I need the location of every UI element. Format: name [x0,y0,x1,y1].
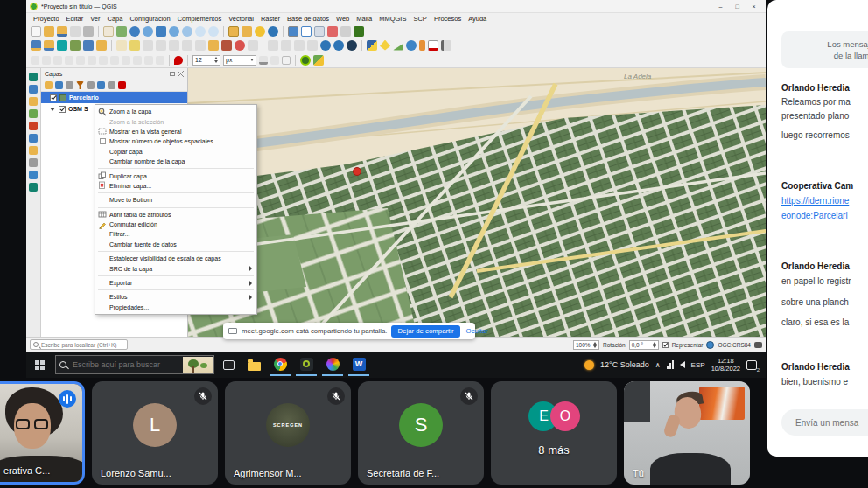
identify-features-icon[interactable] [288,26,298,37]
profile-chart-icon[interactable] [428,40,438,51]
label-tool-icon[interactable] [76,56,85,65]
green-magnifier-icon[interactable] [300,55,311,66]
save-as-icon[interactable] [70,26,80,37]
participant-tile-overflow[interactable]: E O 8 más [491,381,617,485]
add-delimited-layer-icon[interactable] [70,40,80,51]
context-menu-item-show-in-overview[interactable]: Mostrar en la vista general [95,127,256,136]
context-menu-item-rename-layer[interactable]: Cambiar nombre de la capa [95,157,256,166]
context-menu-item-filter[interactable]: Filtrar... [95,229,256,239]
undo-icon[interactable] [234,40,245,51]
checkbox-icon[interactable] [100,138,106,144]
participant-tile-you[interactable]: Tú [624,381,750,485]
menu-vectorial[interactable]: Vectorial [225,15,257,23]
label-tool-icon[interactable] [31,56,39,65]
deselect-icon[interactable] [327,26,338,37]
measure-icon[interactable] [340,26,351,37]
python-console-icon[interactable] [367,40,377,51]
participant-tile-lorenzo[interactable]: L Lorenzo Samu... [92,381,218,485]
menu-base-de-datos[interactable]: Base de datos [284,15,332,23]
menu-capa[interactable]: Capa [103,15,126,23]
add-raster-layer-icon[interactable] [57,40,67,51]
style-manager-icon[interactable] [83,26,94,37]
chat-link[interactable]: https://idern.rione [781,196,868,206]
open-layer-styling-icon[interactable] [45,81,52,89]
grayed-plugin-icon[interactable] [307,40,318,51]
zoom-to-selection-icon[interactable] [169,26,179,37]
zoom-last-icon[interactable] [195,26,206,37]
manage-map-themes-icon[interactable] [66,81,74,89]
label-tool-icon[interactable] [99,56,108,65]
new-map-view-icon[interactable] [228,26,239,37]
menu-scp[interactable]: SCP [410,15,430,23]
taskbar-clock[interactable]: 12:18 10/8/2022 [711,357,740,373]
context-menu-item-scale-visibility[interactable]: Establecer visibilidad de escala de capa… [95,254,256,263]
participant-tile-agrimensor[interactable]: SCREGEN Agrimensor M... [225,381,351,485]
label-tool-icon[interactable] [53,56,62,65]
kmz-export-icon[interactable] [380,40,390,51]
context-menu-item-show-feature-count[interactable]: Mostrar número de objetos espaciales [95,136,256,146]
hide-share-bar-button[interactable]: Ocultar [465,327,490,335]
taskbar-app-chrome[interactable] [270,353,290,376]
new-3d-view-icon[interactable] [242,26,252,37]
context-menu-item-zoom-to-selection[interactable]: Zoom a la selección [95,116,256,126]
close-panel-icon[interactable] [178,71,184,77]
layer-checkbox[interactable] [50,94,57,101]
current-edits-icon[interactable] [116,40,127,51]
action-center-icon[interactable]: 2 [746,360,757,370]
expander-icon[interactable] [50,108,55,111]
menu-editar[interactable]: Editar [63,15,88,23]
weather-sun-icon[interactable] [584,360,594,370]
pan-map-icon[interactable] [103,26,114,37]
taskbar-app-qgis[interactable] [296,353,317,376]
statistical-summary-icon[interactable] [354,26,364,37]
web-globe-icon[interactable] [320,40,331,51]
delete-selected-icon[interactable] [182,40,192,51]
layout-icon[interactable] [29,146,38,155]
snapping-icon[interactable] [174,56,183,65]
zoom-out-icon[interactable] [143,26,153,37]
crs-label[interactable]: OGC:CRS84 [718,342,751,348]
context-menu-item-properties[interactable]: Propiedades... [95,303,256,312]
font-size-spinner[interactable]: 12 [192,55,220,66]
network-icon[interactable] [667,360,674,369]
web-globe-dark-icon[interactable] [346,40,357,51]
maximize-button[interactable]: □ [729,0,746,12]
add-group-icon[interactable] [55,81,63,89]
add-feature-icon[interactable] [156,40,166,51]
weather-text[interactable]: 12°C Soleado [600,360,649,369]
georeferencer-icon[interactable] [29,183,38,192]
undock-panel-icon[interactable] [170,72,175,76]
label-tool-icon[interactable] [122,56,130,65]
selected-parcel-marker[interactable] [354,168,361,176]
trace-tool-icon[interactable] [29,109,38,118]
shape-tool-icon[interactable] [29,97,38,106]
chat-input-pill[interactable] [781,409,868,436]
render-checkbox[interactable] [662,342,668,348]
remove-layer-icon[interactable] [118,81,126,89]
pan-selection-icon[interactable] [116,26,127,37]
label-tool-icon[interactable] [144,56,153,65]
taskbar-app-word[interactable]: W [348,353,369,376]
context-menu-item-copy-layer[interactable]: Copiar capa [95,147,256,157]
menu-complementos[interactable]: Complementos [174,15,225,23]
menu-malla[interactable]: Malla [353,15,375,23]
buffer-color-icon[interactable] [270,56,279,65]
locator-input[interactable] [41,342,124,348]
label-tool-icon[interactable] [88,56,96,65]
rotation-spinner[interactable]: 0,0 ° [629,340,659,350]
chat-link[interactable]: eonode:Parcelari [781,211,868,220]
map-canvas[interactable]: La Adela [188,68,766,337]
vertex-tool-icon[interactable] [169,40,179,51]
label-tool-icon[interactable] [156,56,164,65]
menu-proyecto[interactable]: Proyecto [30,15,63,23]
layer-row-parcelario[interactable]: Parcelario [41,92,187,103]
messages-log-icon[interactable] [754,342,762,348]
label-tool-icon[interactable] [42,56,51,65]
web-globe-lock-icon[interactable] [333,40,344,51]
layer-checkbox[interactable] [59,106,66,113]
volume-icon[interactable] [680,361,685,368]
start-button[interactable] [35,360,45,370]
context-menu-item-move-to-bottom[interactable]: Move to Bottom [95,195,256,205]
add-wms-layer-icon[interactable] [96,40,107,51]
context-menu-item-toggle-editing[interactable]: Conmutar edición [95,220,256,229]
